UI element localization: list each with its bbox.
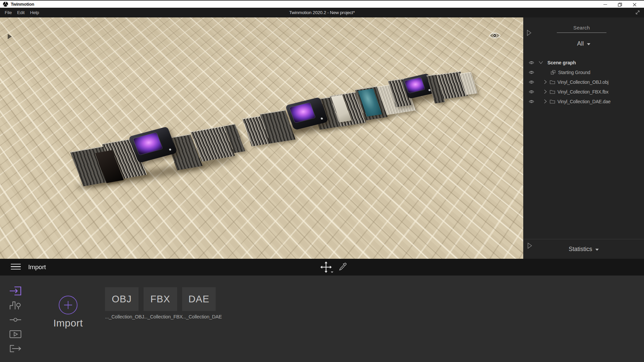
card-caption: ..._Collection_FBX bbox=[144, 314, 177, 319]
statistics-label: Statistics bbox=[569, 246, 592, 253]
viewport-expander-icon[interactable] bbox=[7, 34, 12, 40]
visibility-eye-icon[interactable] bbox=[529, 100, 534, 104]
asset-card-fbx[interactable]: FBX bbox=[144, 287, 177, 311]
twinmotion-logo-icon bbox=[3, 2, 8, 7]
move-tool-caret-icon[interactable] bbox=[331, 272, 333, 273]
filter-dropdown[interactable]: All bbox=[523, 40, 644, 47]
tree-label[interactable]: Scene graph bbox=[547, 60, 576, 65]
asset-card-obj[interactable]: OBJ bbox=[105, 287, 139, 311]
twinmotion-window: Twinmotion File Edit Help Twinmotion 202… bbox=[0, 0, 644, 362]
chevron-right-icon[interactable] bbox=[544, 99, 547, 104]
search-input[interactable]: Search bbox=[557, 25, 606, 33]
tree-row-vinyl-dae[interactable]: Vinyl_Collection_DAE.dae bbox=[523, 97, 644, 106]
context-tab-icon[interactable] bbox=[9, 298, 23, 312]
record-player-screen bbox=[289, 102, 315, 123]
tree-label[interactable]: Vinyl_Collection_FBX.fbx bbox=[557, 89, 608, 95]
recent-import-cards: OBJ ..._Collection_OBJ FBX ..._Collectio… bbox=[105, 287, 216, 319]
caret-down-icon bbox=[595, 249, 599, 251]
card-caption: ..._Collection_OBJ bbox=[105, 314, 139, 319]
object-icon bbox=[551, 70, 556, 75]
statistics-dropdown[interactable]: Statistics bbox=[523, 239, 644, 259]
window-title: Twinmotion bbox=[11, 2, 34, 7]
folder-icon bbox=[550, 80, 555, 84]
card-caption: ..._Collection_DAE bbox=[182, 314, 216, 319]
card-title: OBJ bbox=[112, 294, 131, 305]
chevron-right-icon[interactable] bbox=[544, 80, 547, 84]
folder-icon bbox=[550, 90, 555, 94]
import-button-label: Import bbox=[50, 317, 87, 329]
settings-slider-tab-icon[interactable] bbox=[9, 312, 23, 327]
close-icon bbox=[633, 3, 637, 7]
tree-row-vinyl-fbx[interactable]: Vinyl_Collection_FBX.fbx bbox=[523, 87, 644, 97]
diagonal-resize-icon[interactable] bbox=[635, 10, 640, 15]
record-player-knob bbox=[321, 117, 323, 120]
scene-graph-panel: Search All Scene graph bbox=[523, 17, 644, 259]
card-fbx: FBX ..._Collection_FBX bbox=[144, 287, 177, 319]
document-title: Twinmotion 2020.2 - New project* bbox=[289, 8, 355, 17]
import-action: Import bbox=[50, 296, 87, 329]
viewport-eye-icon[interactable] bbox=[488, 32, 501, 40]
chevron-down-icon[interactable] bbox=[539, 61, 543, 64]
export-tab-icon[interactable] bbox=[9, 341, 23, 356]
menubar: File Edit Help Twinmotion 2020.2 - New p… bbox=[0, 8, 644, 17]
plus-icon bbox=[63, 300, 73, 310]
hamburger-menu-icon[interactable] bbox=[11, 264, 21, 271]
card-dae: DAE ..._Collection_DAE bbox=[182, 287, 216, 319]
record-player-screen bbox=[133, 132, 163, 155]
card-title: FBX bbox=[150, 294, 170, 305]
close-button[interactable] bbox=[627, 1, 642, 8]
statistics-section: Statistics bbox=[523, 239, 644, 259]
menu-edit[interactable]: Edit bbox=[17, 10, 24, 15]
eyedropper-icon[interactable] bbox=[339, 263, 347, 271]
media-tab-icon[interactable] bbox=[9, 327, 23, 341]
bottom-dock: Import OBJ ..._Collection_OBJ FBX ..._Co… bbox=[0, 276, 644, 362]
minimize-icon bbox=[603, 4, 607, 5]
card-obj: OBJ ..._Collection_OBJ bbox=[105, 287, 139, 319]
tree-row-vinyl-obj[interactable]: Vinyl_Collection_OBJ.obj bbox=[523, 77, 644, 87]
viewport-3d[interactable] bbox=[0, 17, 523, 259]
menu-file[interactable]: File bbox=[5, 10, 12, 15]
panel-expander-icon[interactable] bbox=[527, 29, 532, 36]
restore-button[interactable] bbox=[612, 1, 627, 8]
folder-icon bbox=[550, 100, 555, 104]
restore-icon bbox=[618, 3, 622, 7]
caret-down-icon bbox=[587, 43, 590, 45]
visibility-eye-icon[interactable] bbox=[529, 61, 534, 65]
scene-tree: Scene graph Starting Ground bbox=[523, 58, 644, 106]
titlebar: Twinmotion bbox=[0, 0, 644, 8]
tree-row-scene-graph[interactable]: Scene graph bbox=[523, 58, 644, 67]
tree-row-starting-ground[interactable]: Starting Ground bbox=[523, 67, 644, 77]
search-placeholder: Search bbox=[573, 25, 590, 31]
filter-value: All bbox=[577, 40, 584, 47]
window-controls bbox=[598, 1, 642, 8]
tree-label[interactable]: Starting Ground bbox=[558, 70, 590, 75]
toolbar-title: Import bbox=[28, 259, 46, 276]
visibility-eye-icon[interactable] bbox=[529, 70, 534, 74]
card-title: DAE bbox=[189, 294, 210, 305]
chevron-right-icon[interactable] bbox=[544, 89, 547, 94]
record-player-screen bbox=[405, 77, 425, 94]
move-tool-icon[interactable] bbox=[320, 261, 332, 273]
import-tab-icon[interactable] bbox=[9, 284, 23, 298]
asset-card-dae[interactable]: DAE bbox=[182, 287, 216, 311]
import-button[interactable] bbox=[59, 296, 77, 314]
tree-label[interactable]: Vinyl_Collection_DAE.dae bbox=[557, 99, 610, 104]
menu-help[interactable]: Help bbox=[30, 10, 39, 15]
tree-label[interactable]: Vinyl_Collection_OBJ.obj bbox=[557, 79, 608, 85]
minimize-button[interactable] bbox=[598, 1, 612, 8]
record-player-knob bbox=[169, 148, 171, 151]
dock-nav bbox=[9, 284, 23, 356]
visibility-eye-icon[interactable] bbox=[529, 80, 534, 84]
visibility-eye-icon[interactable] bbox=[529, 90, 534, 94]
bottom-toolbar: Import bbox=[0, 259, 644, 276]
menu-items: File Edit Help bbox=[5, 8, 39, 17]
